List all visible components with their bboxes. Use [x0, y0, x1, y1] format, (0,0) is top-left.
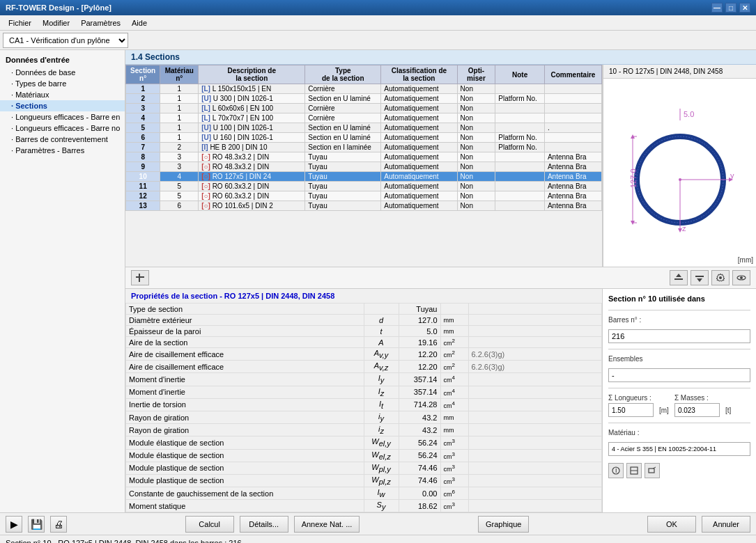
play-button[interactable]: ▶ [6, 516, 22, 533]
table-row[interactable]: 7 2 [I] HE B 200 | DIN 10 Section en I l… [126, 143, 602, 152]
menu-parametres[interactable]: Paramètres [75, 15, 126, 30]
prop-symbol [364, 304, 399, 315]
properties-table: Type de section Tuyau Diamètre extérieur… [125, 303, 602, 512]
cell-opt: Non [457, 84, 495, 94]
materiau-input[interactable] [608, 442, 750, 456]
longueurs-input[interactable] [608, 403, 654, 417]
table-row[interactable]: 1 1 [L] L 150x150x15 | EN Cornière Autom… [126, 84, 602, 94]
cell-desc: [U] U 300 | DIN 1026-1 [199, 94, 305, 104]
calcul-button[interactable]: Calcul [185, 516, 234, 533]
masses-label: Σ Masses : [674, 394, 731, 402]
menu-fichier[interactable]: Fichier [3, 15, 37, 30]
sidebar-item-longueurs-no[interactable]: · Longueurs efficaces - Barre no [0, 123, 125, 134]
export-button[interactable] [670, 270, 688, 285]
cell-type: Section en I laminée [305, 143, 381, 152]
details-button[interactable]: Détails... [240, 516, 288, 533]
sidebar-item-longueurs-en[interactable]: · Longueurs efficaces - Barre en [0, 111, 125, 123]
table-row[interactable]: 2 1 [U] U 300 | DIN 1026-1 Section en U … [126, 94, 602, 104]
bottom-area: Propriétés de la section - RO 127x5 | DI… [125, 289, 756, 512]
table-row[interactable]: 8 3 [○] RO 48.3x3.2 | DIN Tuyau Automati… [126, 152, 602, 162]
menu-modifier[interactable]: Modifier [37, 15, 75, 30]
sidebar-item-barres-contre[interactable]: · Barres de contreventement [0, 134, 125, 145]
prop-row: Module plastique de section Wpl,y 74.46 … [126, 462, 602, 474]
zoom-fit-button[interactable] [645, 463, 660, 478]
prop-symbol: Sy [364, 500, 399, 512]
menu-aide[interactable]: Aide [126, 15, 153, 30]
longueurs-unit: [m] [659, 407, 669, 414]
import-button[interactable] [691, 270, 709, 285]
sidebar-item-types[interactable]: · Types de barre [0, 78, 125, 89]
cell-desc: [○] RO 48.3x3.2 | DIN [199, 162, 305, 172]
preview-panel: 10 - RO 127x5 | DIN 2448, DIN 2458 5.0 [603, 65, 756, 267]
prop-extra [468, 411, 602, 423]
annuler-button[interactable]: Annuler [702, 516, 750, 533]
table-row[interactable]: 12 5 [○] RO 60.3x3.2 | DIN Tuyau Automat… [126, 191, 602, 201]
preview-canvas: 5.0 127.0 y [603, 79, 756, 267]
view-button[interactable] [732, 270, 750, 285]
prop-row: Inertie de torsion It 714.28 cm4 [126, 398, 602, 411]
info-icon-button[interactable]: i [608, 463, 624, 478]
annexe-button[interactable]: Annexe Nat. ... [294, 516, 360, 533]
table-row[interactable]: 11 5 [○] RO 60.3x3.2 | DIN Tuyau Automat… [126, 182, 602, 191]
prop-unit: cm2 [440, 348, 468, 361]
prop-value: 43.2 [399, 424, 440, 436]
prop-extra [468, 398, 602, 411]
cell-mat: 1 [160, 123, 199, 133]
ok-button[interactable]: OK [647, 516, 696, 533]
masses-input[interactable] [674, 403, 720, 417]
cell-type: Tuyau [305, 172, 381, 182]
close-button[interactable]: ✕ [739, 3, 750, 13]
save-button[interactable]: 💾 [28, 516, 45, 533]
project-dropdown[interactable]: CA1 - Vérification d'un pylône [3, 33, 128, 48]
table-row[interactable]: 6 1 [U] U 160 | DIN 1026-1 Section en U … [126, 133, 602, 143]
toolbar-row: CA1 - Vérification d'un pylône [0, 31, 756, 50]
cell-desc: [○] RO 60.3x3.2 | DIN [199, 182, 305, 191]
maximize-button[interactable]: □ [725, 3, 736, 13]
cell-opt: Non [457, 123, 495, 133]
prop-value: 18.62 [399, 500, 440, 512]
graphique-button[interactable]: Graphique [478, 516, 529, 533]
reset-view-button[interactable] [626, 463, 642, 478]
cell-class: Automatiquement [381, 172, 457, 182]
table-row[interactable]: 10 4 [○] RO 127x5 | DIN 24 Tuyau Automat… [126, 172, 602, 182]
print-button[interactable]: 🖨 [50, 516, 67, 533]
sidebar-item-sections[interactable]: · Sections [0, 100, 125, 111]
cell-note [495, 152, 545, 162]
prop-value: 74.46 [399, 462, 440, 474]
barres-input[interactable] [608, 329, 750, 343]
sidebar-item-parametres-barres[interactable]: · Paramètres - Barres [0, 145, 125, 156]
ensembles-input[interactable] [608, 368, 750, 382]
table-row[interactable]: 5 1 [U] U 100 | DIN 1026-1 Section en U … [126, 123, 602, 133]
cell-desc: [L] L 150x150x15 | EN [199, 84, 305, 94]
prop-symbol: Wpl,z [364, 474, 399, 487]
cell-opt: Non [457, 113, 495, 123]
cell-class: Automatiquement [381, 162, 457, 172]
table-row[interactable]: 4 1 [L] L 70x70x7 | EN 100 Cornière Auto… [126, 113, 602, 123]
prop-row: Diamètre extérieur d 127.0 mm [126, 315, 602, 326]
table-row[interactable]: 9 3 [○] RO 48.3x3.2 | DIN Tuyau Automati… [126, 162, 602, 172]
prop-extra: 6.2.6(3)g) [468, 348, 602, 361]
preview-title: 10 - RO 127x5 | DIN 2448, DIN 2458 [603, 65, 756, 79]
prop-extra [468, 386, 602, 398]
prop-unit: cm6 [440, 487, 468, 500]
table-row[interactable]: 3 1 [L] L 60x60x6 | EN 100 Cornière Auto… [126, 104, 602, 113]
prop-unit: cm4 [440, 386, 468, 398]
cell-class: Automatiquement [381, 191, 457, 201]
add-section-button[interactable] [131, 270, 149, 285]
cell-opt: Non [457, 133, 495, 143]
cell-mat: 2 [160, 143, 199, 152]
sections-table-container[interactable]: Sectionn° Matériaun° Description dela se… [125, 65, 603, 267]
prop-value: 12.20 [399, 361, 440, 373]
cell-comment [544, 94, 601, 104]
properties-title: Propriétés de la section - RO 127x5 | DI… [125, 289, 602, 303]
sidebar-item-materiaux[interactable]: · Matériaux [0, 89, 125, 100]
minimize-button[interactable]: — [711, 3, 723, 13]
materiau-label: Matériau : [608, 429, 750, 436]
settings-button[interactable] [711, 270, 730, 285]
table-row[interactable]: 13 6 [○] RO 101.6x5 | DIN 2 Tuyau Automa… [126, 201, 602, 211]
cell-opt: Non [457, 143, 495, 152]
sidebar-item-donnees[interactable]: · Données de base [0, 67, 125, 78]
col-header-C: Description dela section [199, 65, 305, 84]
properties-panel: Propriétés de la section - RO 127x5 | DI… [125, 289, 603, 512]
cell-note: Platform No. [495, 143, 545, 152]
